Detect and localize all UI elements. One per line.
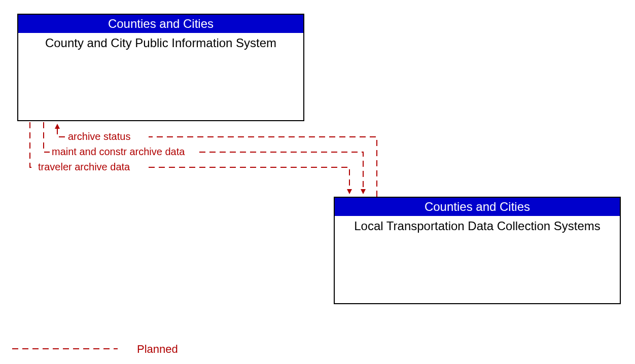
entity-header-bottom: Counties and Cities xyxy=(335,198,620,216)
entity-body-top: County and City Public Information Syste… xyxy=(18,33,303,54)
flow-label-maint-constr: maint and constr archive data xyxy=(52,146,185,158)
entity-county-city-public-info: Counties and Cities County and City Publ… xyxy=(17,14,304,121)
entity-local-transport-data: Counties and Cities Local Transportation… xyxy=(334,197,621,304)
entity-header-top: Counties and Cities xyxy=(18,15,303,33)
flow-label-archive-status: archive status xyxy=(68,131,130,142)
legend-planned-label: Planned xyxy=(137,343,178,356)
flow-label-traveler: traveler archive data xyxy=(38,161,130,173)
entity-body-bottom: Local Transportation Data Collection Sys… xyxy=(335,216,620,237)
